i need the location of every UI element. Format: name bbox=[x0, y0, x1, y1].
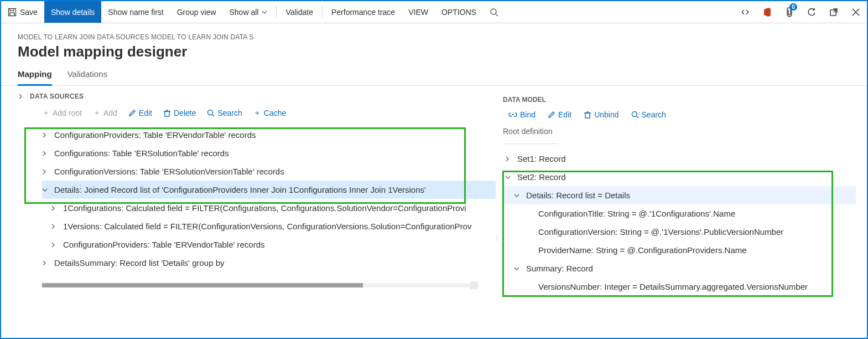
data-model-tree: Set1: Record Set2: Record Details: Recor… bbox=[503, 150, 856, 296]
tree-node-label: ConfigurationProviders: Table 'ERVendorT… bbox=[54, 130, 256, 140]
group-view-button[interactable]: Group view bbox=[170, 1, 223, 23]
svg-rect-8 bbox=[165, 111, 169, 116]
search-icon bbox=[490, 8, 498, 17]
splitter-handle[interactable]: ⋮ bbox=[493, 235, 500, 242]
tree-node-details[interactable]: Details: Joined Record list of 'Configur… bbox=[42, 181, 496, 199]
chevron-right-icon bbox=[42, 169, 50, 174]
tree-node-label: Details: Joined Record list of 'Configur… bbox=[54, 185, 426, 194]
chevron-right-icon bbox=[51, 206, 59, 211]
tree-node-label: DetailsSummary: Record list 'Details' gr… bbox=[54, 258, 225, 268]
tree-node[interactable]: 1Configurations: Calculated field = FILT… bbox=[42, 199, 496, 217]
dm-node-label: ConfigurationTitle: String = @.'1Configu… bbox=[538, 209, 735, 218]
tree-node-label: ConfigurationVersions: Table 'ERSolution… bbox=[54, 167, 284, 176]
dm-node[interactable]: Set2: Record bbox=[503, 168, 856, 186]
tree-node[interactable]: DetailsSummary: Record list 'Details' gr… bbox=[42, 254, 496, 272]
chevron-right-icon bbox=[51, 224, 59, 229]
edit-label: Edit bbox=[558, 110, 571, 119]
tab-mapping[interactable]: Mapping bbox=[18, 69, 52, 86]
show-name-first-button[interactable]: Show name first bbox=[101, 1, 170, 23]
data-sources-tree: ConfigurationProviders: Table 'ERVendorT… bbox=[18, 126, 496, 276]
tree-node[interactable]: 1Versions: Calculated field = FILTER(Con… bbox=[42, 217, 496, 235]
scrollbar-thumb[interactable] bbox=[42, 283, 363, 287]
plus-icon: ＋ bbox=[253, 108, 261, 118]
perf-trace-button[interactable]: Performance trace bbox=[325, 1, 402, 23]
connector-icon[interactable] bbox=[734, 1, 756, 23]
show-details-button[interactable]: Show details bbox=[44, 1, 101, 23]
pencil-icon bbox=[548, 111, 555, 119]
svg-rect-13 bbox=[585, 113, 590, 118]
svg-point-3 bbox=[491, 9, 496, 14]
horizontal-scrollbar[interactable] bbox=[42, 280, 478, 290]
data-sources-actions: ＋ Add root ＋ Add Edit Dele bbox=[18, 105, 496, 126]
save-button[interactable]: Save bbox=[1, 1, 44, 23]
dm-node-label: ProviderName: String = @.ConfigurationPr… bbox=[538, 245, 747, 255]
data-model-panel: DATA MODEL Bind Edit bbox=[496, 86, 867, 334]
office-icon[interactable] bbox=[756, 1, 778, 23]
pencil-icon bbox=[128, 109, 136, 117]
tree-node[interactable]: ConfigurationVersions: Table 'ERSolution… bbox=[42, 162, 496, 181]
data-sources-panel: DATA SOURCES ＋ Add root ＋ Add Edit bbox=[1, 86, 496, 334]
tabs: Mapping Validations bbox=[1, 64, 867, 86]
tree-node[interactable]: ConfigurationProviders: Table 'ERVendorT… bbox=[42, 126, 496, 144]
plus-icon: ＋ bbox=[93, 108, 101, 118]
toolbar-separator bbox=[322, 6, 323, 18]
search-icon bbox=[631, 111, 639, 119]
show-details-label: Show details bbox=[51, 8, 95, 17]
dm-node[interactable]: Set1: Record bbox=[503, 150, 856, 168]
svg-line-17 bbox=[637, 116, 638, 118]
close-icon[interactable] bbox=[845, 1, 867, 23]
add-root-label: Add root bbox=[53, 109, 82, 117]
view-menu[interactable]: VIEW bbox=[402, 1, 435, 23]
popout-icon[interactable] bbox=[823, 1, 845, 23]
save-label: Save bbox=[20, 8, 38, 17]
breadcrumb: MODEL TO LEARN JOIN DATA SOURCES MODEL T… bbox=[18, 33, 850, 41]
trash-icon bbox=[163, 109, 171, 117]
options-menu[interactable]: OPTIONS bbox=[435, 1, 483, 23]
search-action[interactable]: Search bbox=[207, 108, 242, 118]
svg-point-16 bbox=[632, 112, 637, 117]
edit-action[interactable]: Edit bbox=[128, 108, 152, 118]
show-all-dropdown[interactable]: Show all bbox=[223, 1, 274, 23]
bind-label: Bind bbox=[520, 110, 536, 119]
chevron-right-icon bbox=[51, 242, 59, 248]
dm-node[interactable]: Summary: Record bbox=[503, 259, 856, 278]
dm-node-details[interactable]: Details: Record list = Details bbox=[503, 186, 856, 204]
unbind-action[interactable]: Unbind bbox=[584, 110, 618, 119]
toolbar-search-button[interactable] bbox=[483, 1, 505, 23]
trash-icon bbox=[584, 111, 591, 119]
dm-node[interactable]: VersionsNumber: Integer = DetailsSummary… bbox=[503, 278, 856, 296]
add-label: Add bbox=[103, 109, 117, 117]
tree-node[interactable]: ConfigurationProviders: Table 'ERVendorT… bbox=[42, 235, 496, 254]
delete-action[interactable]: Delete bbox=[163, 108, 196, 118]
add-action[interactable]: ＋ Add bbox=[93, 108, 117, 118]
svg-point-11 bbox=[208, 110, 213, 115]
dm-node[interactable]: ConfigurationTitle: String = @.'1Configu… bbox=[503, 204, 856, 223]
dm-node[interactable]: ProviderName: String = @.ConfigurationPr… bbox=[503, 241, 856, 259]
dm-node-label: Set1: Record bbox=[517, 154, 566, 163]
dm-node[interactable]: ConfigurationVersion: String = @.'1Versi… bbox=[503, 223, 856, 241]
edit-action[interactable]: Edit bbox=[548, 110, 571, 119]
tab-validations[interactable]: Validations bbox=[67, 69, 107, 85]
refresh-icon[interactable] bbox=[801, 1, 823, 23]
tab-validations-label: Validations bbox=[67, 69, 107, 79]
data-model-title: DATA MODEL bbox=[503, 86, 856, 108]
divider bbox=[503, 143, 558, 144]
collapse-panel-icon[interactable] bbox=[18, 94, 25, 99]
tree-node[interactable]: Configurations: Table 'ERSolutionTable' … bbox=[42, 144, 496, 162]
chevron-right-icon bbox=[505, 156, 513, 162]
search-action[interactable]: Search bbox=[631, 110, 666, 119]
svg-rect-1 bbox=[10, 8, 14, 11]
attachments-icon[interactable]: 0 bbox=[778, 1, 801, 23]
group-view-label: Group view bbox=[177, 8, 216, 17]
bind-action[interactable]: Bind bbox=[508, 110, 536, 119]
delete-label: Delete bbox=[174, 109, 196, 117]
link-icon bbox=[508, 111, 517, 118]
add-root-action[interactable]: ＋ Add root bbox=[42, 108, 82, 118]
cache-action[interactable]: ＋ Cache bbox=[253, 108, 286, 118]
svg-line-12 bbox=[212, 115, 214, 116]
chevron-down-icon bbox=[514, 266, 522, 271]
show-all-label: Show all bbox=[230, 8, 259, 17]
page-header: MODEL TO LEARN JOIN DATA SOURCES MODEL T… bbox=[1, 23, 867, 64]
validate-button[interactable]: Validate bbox=[279, 1, 320, 23]
attachments-badge: 0 bbox=[789, 3, 797, 11]
